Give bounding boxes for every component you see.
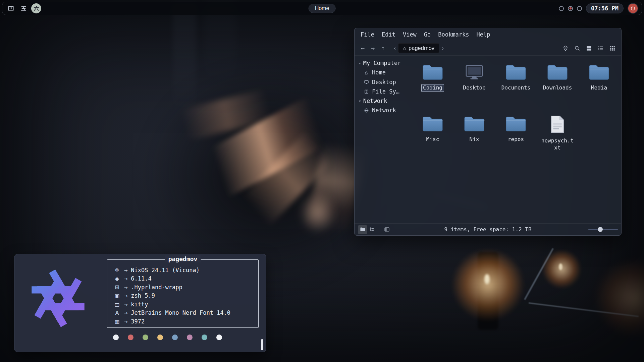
zoom-slider-track[interactable] [588, 229, 618, 230]
pane-toggle-icon [384, 227, 390, 232]
menu-view[interactable]: View [399, 30, 420, 39]
back-button[interactable]: ← [358, 43, 368, 53]
desktop-icon [464, 64, 485, 82]
status-text: 9 items, Free space: 1.2 TB [444, 226, 531, 233]
power-button[interactable] [628, 3, 638, 14]
file-label: newpsych.txt [539, 137, 576, 152]
breadcrumb-path-label: pagedmov [409, 45, 434, 51]
power-icon [630, 6, 636, 11]
fetch-value: kitty [131, 301, 148, 308]
pin-icon [562, 45, 569, 51]
file-item-media[interactable]: Media [578, 64, 620, 115]
zoom-slider[interactable] [588, 226, 618, 233]
file-label: Nix [468, 136, 481, 143]
wallpaper-candle-flame [559, 263, 562, 270]
up-button[interactable]: ↑ [378, 43, 388, 53]
sidebar-item-filesystem[interactable]: File Sy… [356, 87, 409, 96]
fetch-row-os: ❄ → NixOS 24.11 (Vicuna) [113, 266, 256, 275]
forward-button[interactable]: → [368, 43, 378, 53]
menu-go[interactable]: Go [421, 30, 434, 39]
sidebar-group-label: My Computer [363, 60, 401, 66]
sidebar-item-desktop[interactable]: Desktop [356, 77, 409, 87]
terminal-icon: ▤ [113, 301, 121, 307]
folder-icon [422, 115, 443, 133]
wallpaper-shelf-edge [524, 248, 554, 300]
file-label: Downloads [541, 84, 574, 92]
fetch-value: .Hyprland-wrapp [131, 284, 182, 291]
kanji-six-icon [33, 5, 40, 12]
side-pane-tree-button[interactable] [367, 225, 377, 234]
workspace-button-4[interactable] [6, 3, 16, 13]
folder-icon [589, 64, 609, 82]
sidebar-item-label: Home [372, 69, 386, 76]
monitor-icon [363, 80, 369, 85]
breadcrumb-next-icon[interactable]: › [439, 44, 446, 53]
view-grid-button[interactable] [585, 44, 593, 53]
fetch-row-shell: ▣ → zsh 5.9 [113, 292, 256, 300]
places-sidebar: ▾ My Computer ⌂ Home Desktop File Sy… [355, 56, 410, 223]
sidebar-item-home[interactable]: ⌂ Home [356, 68, 409, 77]
wm-icon: ⊞ [113, 284, 121, 290]
folder-icon [505, 64, 526, 82]
wallpaper-shelf-edge [529, 302, 639, 317]
arrow-icon: → [124, 309, 127, 316]
folder-small-icon [360, 227, 366, 232]
sidebar-group-network[interactable]: ▾ Network [356, 96, 409, 106]
sidebar-item-network[interactable]: Network [356, 106, 409, 115]
file-item-downloads[interactable]: Downloads [537, 64, 578, 115]
font-icon: A [113, 310, 121, 316]
toggle-side-pane-button[interactable] [382, 225, 391, 234]
tray-indicator-icon[interactable] [559, 6, 564, 11]
tray-indicator-icon[interactable] [577, 6, 582, 11]
menu-help[interactable]: Help [473, 30, 493, 39]
arrow-icon: → [124, 267, 127, 274]
disk-icon [363, 89, 369, 94]
zoom-slider-knob[interactable] [598, 227, 603, 232]
fetch-row-terminal: ▤ → kitty [113, 300, 256, 309]
file-item-newpsych-txt[interactable]: newpsych.txt [537, 115, 578, 167]
fastfetch-widget: pagedmov ❄ → NixOS 24.11 (Vicuna) ◆ → 6.… [14, 254, 266, 352]
fetch-row-font: A → JetBrains Mono Nerd Font 14.0 [113, 309, 256, 317]
menu-edit[interactable]: Edit [378, 30, 399, 39]
search-button[interactable] [573, 44, 582, 53]
arrow-icon: → [124, 275, 127, 282]
location-pin-button[interactable] [561, 44, 570, 53]
file-item-coding[interactable]: Coding [412, 64, 453, 115]
wallpaper-candle-flame [484, 274, 490, 284]
fetch-value: JetBrains Mono Nerd Font 14.0 [131, 309, 230, 316]
grid-view-icon [586, 45, 592, 51]
tray-record-indicator-icon[interactable] [568, 6, 573, 11]
breadcrumb-path-button[interactable]: ⌂ pagedmov [398, 43, 439, 53]
list-view-icon [598, 45, 604, 51]
terminal-scrollbar-thumb[interactable] [261, 339, 263, 350]
folder-icon [422, 64, 443, 82]
file-item-misc[interactable]: Misc [412, 115, 453, 167]
file-item-repos[interactable]: repos [495, 115, 537, 167]
fetch-rows: ❄ → NixOS 24.11 (Vicuna) ◆ → 6.11.4 ⊞ → … [107, 260, 258, 326]
breadcrumb-prev-icon[interactable]: ‹ [391, 44, 398, 53]
kernel-icon: ◆ [113, 276, 121, 282]
expander-icon: ▾ [359, 61, 361, 66]
nixos-icon: ❄ [113, 267, 121, 273]
file-item-nix[interactable]: Nix [453, 115, 495, 167]
fetch-value: zsh 5.9 [131, 292, 155, 299]
workspace-button-6-active[interactable] [31, 3, 41, 13]
workspace-button-5[interactable] [18, 3, 29, 13]
file-item-desktop[interactable]: Desktop [453, 64, 495, 115]
top-bar: Home 07:56 PM [2, 2, 642, 15]
kanji-five-icon [20, 5, 27, 12]
toolbar: ← → ↑ ‹ ⌂ pagedmov › [355, 41, 621, 56]
active-window-title[interactable]: Home [309, 4, 336, 13]
wallpaper-candle-glow [537, 244, 587, 294]
view-list-button[interactable] [596, 44, 605, 53]
menu-bookmarks[interactable]: Bookmarks [435, 30, 472, 39]
menu-file[interactable]: File [357, 30, 378, 39]
file-item-documents[interactable]: Documents [495, 64, 537, 115]
wallpaper-candle-glow [439, 236, 537, 334]
fetch-title: pagedmov [165, 255, 201, 262]
home-icon: ⌂ [363, 70, 369, 76]
top-bar-right: 07:56 PM [559, 3, 638, 14]
sidebar-group-my-computer[interactable]: ▾ My Computer [356, 58, 409, 68]
view-compact-button[interactable] [608, 44, 617, 53]
side-pane-places-button[interactable] [358, 225, 367, 234]
